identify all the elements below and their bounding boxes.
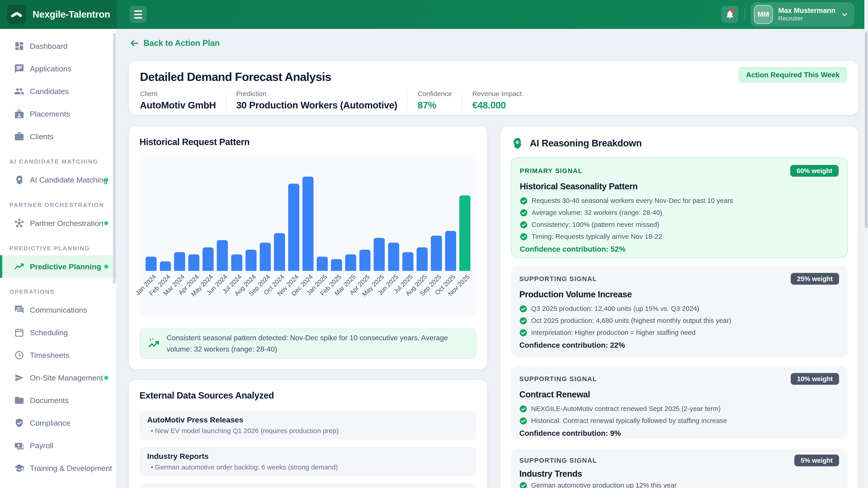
signal-bullet: Interpretation: Higher production = high… <box>520 328 839 337</box>
sidebar-item-label: Clients <box>30 132 53 141</box>
sidebar-scrollbar[interactable] <box>113 33 116 284</box>
chart-bar <box>345 254 356 271</box>
meta-client: Client AutoMotiv GmbH <box>140 90 226 111</box>
sidebar-item-ai-candidate-matching[interactable]: AI Candidate Matching <box>0 168 116 191</box>
sidebar-item-scheduling[interactable]: Scheduling <box>0 321 116 344</box>
sidebar-item-label: Predictive Planning <box>30 262 101 271</box>
ai-panel-title: AI Reasoning Breakdown <box>530 138 642 149</box>
check-circle-icon <box>520 233 528 240</box>
signal-kind-label: SUPPORTING SIGNAL <box>520 275 597 283</box>
sidebar-item-applications[interactable]: Applications <box>0 57 116 80</box>
candidates-icon <box>14 86 24 96</box>
source-competitor-analysis: Competitor Analysis <box>140 483 476 488</box>
sidebar-item-timesheets[interactable]: Timesheets <box>0 344 116 366</box>
check-circle-icon <box>520 417 527 425</box>
check-circle-icon <box>520 317 527 325</box>
signal-historical-seasonality-pattern: PRIMARY SIGNAL 60% weight Historical Sea… <box>511 157 848 258</box>
sidebar-item-on-site-management[interactable]: On-Site Management <box>0 366 116 389</box>
signal-confidence: Confidence contribution: 22% <box>520 341 839 350</box>
sidebar: Dashboard Applications Candidates Placem… <box>0 29 117 488</box>
documents-icon <box>14 395 24 405</box>
page-scrollbar-thumb[interactable] <box>865 32 868 228</box>
sidebar-item-label: Payroll <box>30 441 53 450</box>
sidebar-item-label: Placements <box>30 109 70 119</box>
signal-industry-trends: SUPPORTING SIGNAL 5% weight Industry Tre… <box>511 449 848 488</box>
status-dot <box>104 265 108 269</box>
chart-bar <box>331 259 342 271</box>
chevron-down-icon <box>841 11 848 18</box>
back-to-action-plan-link[interactable]: Back to Action Plan <box>129 38 220 48</box>
notification-badge <box>731 9 735 13</box>
meta-prediction: Prediction 30 Production Workers (Automo… <box>226 90 407 111</box>
chart-title: Historical Request Pattern <box>140 137 476 147</box>
sidebar-item-training-development[interactable]: Training & Development <box>0 457 116 480</box>
sidebar-item-partner-orchestration[interactable]: Partner Orchestration <box>0 212 116 234</box>
app-name: Nexgile-Talentron <box>33 9 110 20</box>
predictive-icon <box>14 261 24 272</box>
status-dot <box>104 221 108 225</box>
sidebar-item-label: Dashboard <box>30 42 67 51</box>
sidebar-item-dashboard[interactable]: Dashboard <box>0 35 116 57</box>
notifications-button[interactable] <box>721 6 739 23</box>
sidebar-item-documents[interactable]: Documents <box>0 389 116 412</box>
ai-matching-icon <box>14 175 24 185</box>
signal-title: Historical Seasonality Pattern <box>520 182 839 191</box>
sidebar-item-label: AI Candidate Matching <box>30 175 107 184</box>
chart-bar <box>374 238 385 271</box>
signal-kind-label: SUPPORTING SIGNAL <box>520 457 597 464</box>
meta-revenue-impact: Revenue Impact €48.000 <box>462 90 531 111</box>
check-circle-icon <box>520 197 528 205</box>
sidebar-item-predictive-planning[interactable]: Predictive Planning <box>0 255 116 278</box>
signal-bullet: German automotive production up 12% this… <box>520 481 839 488</box>
chart-bar <box>231 254 242 271</box>
action-required-badge: Action Required This Week <box>738 67 847 83</box>
data-source-title: AutoMotiv Press Releases <box>147 416 469 424</box>
signal-bullet: Historical: Contract renewal typically f… <box>520 416 839 425</box>
sidebar-item-payroll[interactable]: Payroll <box>0 434 116 457</box>
bar-chart: Jan 2024Feb 2024Mar 2024Apr 2024May 2024… <box>140 157 476 318</box>
chart-bar <box>445 231 456 271</box>
signal-title: Production Volume Increase <box>520 290 839 299</box>
external-sources-card: External Data Sources Analyzed AutoMotiv… <box>129 380 487 488</box>
chart-bar <box>360 250 370 271</box>
sidebar-item-clients[interactable]: Clients <box>0 125 116 148</box>
signal-kind-label: PRIMARY SIGNAL <box>520 167 583 175</box>
check-circle-icon <box>520 329 527 337</box>
meta-value: AutoMotiv GmbH <box>140 100 216 111</box>
sidebar-item-communications[interactable]: Communications <box>0 299 116 321</box>
user-menu[interactable]: MM Max Mustermann Recruiter <box>751 2 855 27</box>
page-scrollbar[interactable] <box>864 0 868 488</box>
meta-label: Revenue Impact <box>472 90 522 98</box>
chart-bar <box>274 233 285 271</box>
check-circle-icon <box>520 221 528 229</box>
sidebar-item-label: Scheduling <box>30 328 68 337</box>
user-name: Max Mustermann <box>778 7 835 14</box>
pattern-callout: Consistent seasonal pattern detected: No… <box>140 328 476 359</box>
forecast-header-card: Detailed Demand Forecast Analysis Action… <box>129 61 858 115</box>
chart-bar <box>188 254 199 271</box>
scheduling-icon <box>14 327 24 338</box>
timesheets-icon <box>14 350 24 360</box>
signal-weight-badge: 25% weight <box>791 273 839 285</box>
signal-confidence: Confidence contribution: 52% <box>520 245 839 254</box>
sidebar-section-operations: OPERATIONS <box>0 286 116 297</box>
historical-pattern-card: Historical Request Pattern Jan 2024Feb 2… <box>129 127 487 369</box>
clients-icon <box>14 131 24 142</box>
app-logo[interactable]: Nexgile-Talentron <box>0 0 117 29</box>
sidebar-section-partner-orchestration: PARTNER ORCHESTRATION <box>0 199 116 210</box>
signal-weight-badge: 10% weight <box>791 373 839 385</box>
sidebar-toggle-button[interactable] <box>129 6 147 23</box>
applications-icon <box>14 64 24 74</box>
top-header: Nexgile-Talentron MM Max Mustermann Recr… <box>0 0 868 29</box>
signal-title: Contract Renewal <box>520 390 839 399</box>
sidebar-item-placements[interactable]: Placements <box>0 103 116 125</box>
source-automotiv-press-releases: AutoMotiv Press Releases • New EV model … <box>140 411 476 440</box>
communications-icon <box>14 305 24 315</box>
signal-weight-badge: 5% weight <box>794 455 839 466</box>
onsite-icon <box>14 372 24 383</box>
signal-confidence: Confidence contribution: 9% <box>520 429 839 437</box>
check-circle-icon <box>520 405 527 413</box>
sidebar-item-compliance[interactable]: Compliance <box>0 412 116 434</box>
meta-value: 30 Production Workers (Automotive) <box>236 100 397 111</box>
sidebar-item-candidates[interactable]: Candidates <box>0 80 116 103</box>
